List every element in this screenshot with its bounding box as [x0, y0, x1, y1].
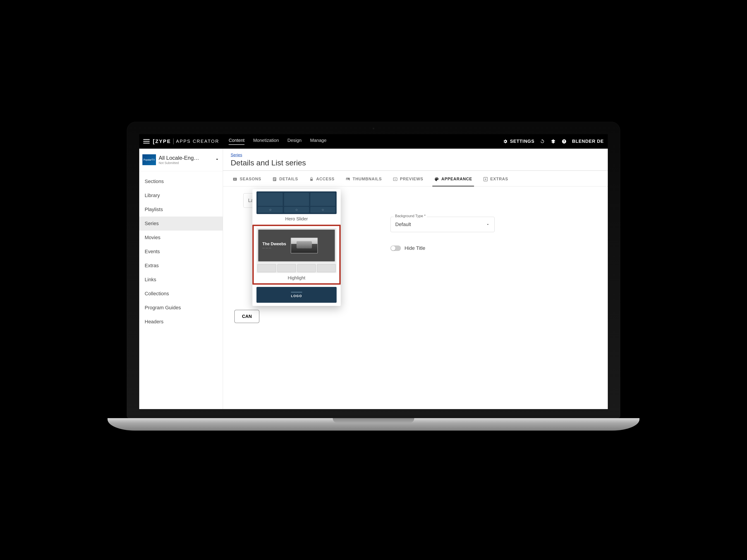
tab-previews[interactable]: PREVIEWS [392, 175, 424, 186]
gear-icon [502, 138, 508, 144]
app-thumbnail: Popstar!TV [143, 154, 156, 165]
details-icon [272, 177, 277, 182]
tab-appearance-label: APPEARANCE [441, 177, 472, 182]
highlight-sample-title: The Dweebs [262, 242, 286, 246]
sidebar-item-movies[interactable]: Movies [139, 231, 223, 245]
page-title: Details and List series [231, 158, 600, 167]
chevron-down-icon [486, 222, 490, 226]
laptop-camera [372, 127, 375, 130]
product-name: APPS CREATOR [176, 139, 219, 144]
nav-manage[interactable]: Manage [310, 138, 327, 145]
tab-access-label: ACCESS [316, 177, 335, 182]
template-label: Hero Slider [256, 216, 337, 221]
sidebar-item-sections[interactable]: Sections [139, 175, 223, 188]
previews-icon [393, 177, 398, 182]
background-type-select[interactable]: Default [390, 217, 495, 232]
topnav-menu: Content Monetization Design Manage [229, 138, 327, 145]
sync-icon[interactable] [539, 138, 545, 144]
tab-extras[interactable]: EXTRAS [483, 175, 509, 186]
laptop-base [107, 418, 640, 431]
main-content: Series Details and List series SEASONS D… [223, 149, 608, 409]
svg-point-9 [346, 178, 347, 179]
tab-seasons[interactable]: SEASONS [232, 175, 262, 186]
tab-details[interactable]: DETAILS [272, 175, 299, 186]
brand-logo[interactable]: [ZYPE APPS CREATOR [153, 138, 219, 144]
tab-seasons-label: SEASONS [240, 177, 261, 182]
sidebar-item-extras[interactable]: Extras [139, 259, 223, 273]
template-option-highlight[interactable]: The Dweebs — — — Highlight [252, 225, 341, 285]
nav-content[interactable]: Content [229, 138, 244, 145]
template-picker-popup: ☆☆☆ Hero Slider The Dweebs — — — [252, 189, 341, 306]
tab-details-label: DETAILS [279, 177, 298, 182]
hide-title-toggle[interactable] [390, 245, 401, 251]
sidebar-nav: Sections Library Playlists Series Movies… [139, 171, 223, 329]
tabs: SEASONS DETAILS ACCESS THUMBNAILS [223, 171, 608, 186]
tab-appearance[interactable]: APPEARANCE [434, 175, 473, 186]
seasons-icon [232, 177, 237, 182]
settings-button[interactable]: SETTINGS [502, 138, 535, 144]
top-navbar: [ZYPE APPS CREATOR Content Monetization … [139, 134, 608, 149]
plus-box-icon [483, 177, 488, 182]
user-menu[interactable]: BLENDER DE [572, 139, 604, 144]
highlight-preview: The Dweebs — — — [256, 228, 337, 273]
bg-type-label: Background Type * [394, 214, 427, 218]
template-option-hero-slider[interactable]: ☆☆☆ Hero Slider [252, 189, 341, 225]
highlight-sample-sub: — — — [262, 246, 286, 249]
svg-rect-5 [274, 179, 276, 180]
app-screen: [ZYPE APPS CREATOR Content Monetization … [139, 134, 608, 409]
sidebar-item-headers[interactable]: Headers [139, 315, 223, 329]
cancel-button[interactable]: CAN [234, 310, 259, 323]
svg-rect-6 [274, 180, 275, 180]
palette-icon [434, 177, 439, 182]
breadcrumb: Series [231, 153, 600, 158]
svg-text:?: ? [563, 140, 565, 143]
sidebar-item-playlists[interactable]: Playlists [139, 203, 223, 216]
chevron-down-icon [214, 157, 220, 163]
sidebar-item-series[interactable]: Series [139, 216, 223, 231]
svg-rect-7 [310, 179, 313, 181]
hero-slider-preview: ☆☆☆ [256, 191, 337, 214]
logo-preview: LOGO [256, 287, 337, 303]
tab-thumbnails-label: THUMBNAILS [353, 177, 382, 182]
help-icon[interactable]: ? [561, 138, 567, 144]
breadcrumb-parent[interactable]: Series [231, 153, 242, 157]
sidebar-item-links[interactable]: Links [139, 273, 223, 287]
highlight-sample-image [291, 238, 318, 254]
logo-text: ZYPE [155, 138, 171, 144]
logo-preview-text: LOGO [291, 294, 302, 298]
nav-monetization[interactable]: Monetization [253, 138, 279, 145]
app-status: Not Submitted [159, 161, 199, 165]
sidebar: Popstar!TV All Locale-Eng… Not Submitted… [139, 149, 223, 409]
sidebar-item-events[interactable]: Events [139, 245, 223, 259]
template-option-logo[interactable]: LOGO [252, 285, 341, 306]
tab-access[interactable]: ACCESS [309, 175, 335, 186]
sidebar-item-library[interactable]: Library [139, 188, 223, 203]
menu-hamburger-icon[interactable] [143, 139, 150, 143]
svg-rect-4 [274, 178, 276, 179]
hide-title-label: Hide Title [405, 245, 425, 251]
sidebar-item-program-guides[interactable]: Program Guides [139, 301, 223, 315]
main-header: Series Details and List series [223, 149, 608, 171]
nav-design[interactable]: Design [287, 138, 302, 145]
tab-thumbnails[interactable]: THUMBNAILS [345, 175, 382, 186]
template-label: Highlight [256, 275, 337, 281]
sidebar-app-selector[interactable]: Popstar!TV All Locale-Eng… Not Submitted [139, 149, 223, 171]
settings-label: SETTINGS [510, 139, 535, 144]
layers-icon[interactable] [550, 138, 556, 144]
laptop-mockup: [ZYPE APPS CREATOR Content Monetization … [127, 122, 620, 438]
image-icon [345, 177, 351, 182]
tab-previews-label: PREVIEWS [400, 177, 423, 182]
app-title: All Locale-Eng… [159, 155, 199, 161]
laptop-notch [333, 418, 414, 423]
tab-extras-label: EXTRAS [490, 177, 508, 182]
sidebar-item-collections[interactable]: Collections [139, 287, 223, 301]
lock-icon [309, 177, 314, 182]
appearance-form: Language ps [223, 186, 608, 330]
bg-type-value: Default [395, 221, 411, 228]
